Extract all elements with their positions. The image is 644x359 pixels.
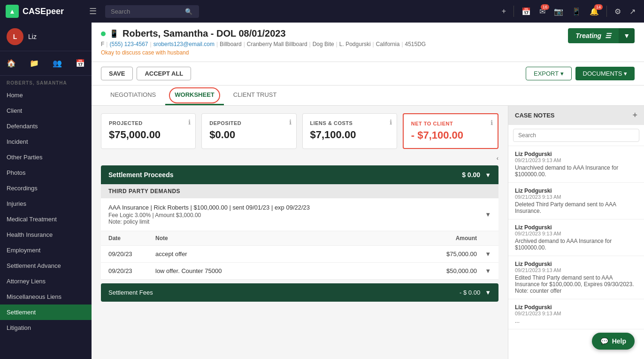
tab-negotiations[interactable]: NEGOTIATIONS [101, 86, 165, 105]
sidebar-item-attorney-liens[interactable]: Attorney Liens [0, 273, 92, 289]
help-button[interactable]: 💬 Help [592, 333, 635, 350]
sidebar-item-client[interactable]: Client [0, 103, 92, 118]
col-header-date: Date [108, 235, 155, 242]
demand-collapse-icon[interactable]: ▼ [485, 211, 491, 218]
demand-row-left: AAA Insurance | Rick Roberts | $100,000.… [108, 204, 310, 225]
sidebar-icon-calendar[interactable]: 📅 [69, 55, 92, 71]
case-notes-search-area [508, 125, 644, 146]
settlement-fees-label: Settlement Fees [108, 289, 153, 296]
metric-projected: ℹ PROJECTED $75,000.00 [101, 113, 196, 149]
help-icon: 💬 [600, 337, 608, 345]
sidebar-item-incident[interactable]: Incident [0, 134, 92, 149]
case-title-area: 📱 Roberts, Samantha - DOL 08/01/2023 F |… [101, 28, 426, 56]
liens-info-icon[interactable]: ℹ [390, 118, 392, 126]
settings-button[interactable]: ⚙ [612, 5, 624, 18]
treating-button[interactable]: Treating ☰ [568, 28, 619, 43]
sidebar-item-health-insurance[interactable]: Health Insurance [0, 227, 92, 242]
demand-row-header: AAA Insurance | Rick Roberts | $100,000.… [108, 204, 491, 225]
sidebar-item-home[interactable]: Home [0, 87, 92, 103]
sidebar-icon-folder[interactable]: 📁 [23, 55, 46, 71]
case-source: Billboard [220, 41, 242, 47]
case-type: Dog Bite [313, 41, 334, 47]
save-button[interactable]: SAVE [101, 67, 133, 80]
sidebar-item-recordings[interactable]: Recordings [0, 180, 92, 196]
add-button[interactable]: + [499, 5, 509, 17]
sidebar-item-medical-treatment[interactable]: Medical Treatment [0, 211, 92, 227]
note-entry: Liz Podgurski 09/21/2023 9:13 AM ... [508, 299, 644, 329]
metric-net: ℹ NET TO CLIENT - $7,100.00 [403, 113, 498, 149]
camera-button[interactable]: 📷 [551, 5, 566, 18]
table-row: 09/20/23 accept offer $75,000.00 ▼ [101, 246, 498, 263]
tab-worksheet[interactable]: WORKSHEET [165, 86, 224, 105]
phone-button[interactable]: 📱 [569, 5, 584, 18]
case-notes-title: CASE NOTES [515, 112, 555, 119]
tabs-area: NEGOTIATIONS WORKSHEET CLIENT TRUST [92, 86, 644, 106]
sidebar-item-other-parties[interactable]: Other Parties [0, 149, 92, 165]
settlement-fees-arrow[interactable]: ▼ [485, 289, 491, 296]
note-author-0: Liz Podgurski [515, 151, 637, 157]
avatar: L [7, 28, 23, 45]
sidebar-item-photos[interactable]: Photos [0, 165, 92, 180]
hamburger-button[interactable]: ☰ [85, 4, 100, 18]
metrics-row: ℹ PROJECTED $75,000.00 ℹ DEPOSITED $0.00… [101, 113, 498, 149]
note-author-4: Liz Podgurski [515, 304, 637, 311]
sidebar-section-title: ROBERTS, SAMANTHA [0, 76, 92, 87]
projected-value: $75,000.00 [109, 129, 188, 141]
case-state: California [376, 41, 400, 47]
row2-amount: $50,000.00 [421, 267, 477, 274]
sidebar-item-employment[interactable]: Employment [0, 242, 92, 258]
col-header-action [477, 235, 491, 242]
mail-button[interactable]: ✉ 16 [537, 5, 548, 18]
action-bar-right: EXPORT ▾ DOCUMENTS ▾ [526, 67, 635, 80]
case-phone[interactable]: (555) 123-4567 [109, 41, 148, 47]
net-value: - $7,100.00 [411, 129, 490, 141]
note-date-4: 09/21/2023 9:13 AM [515, 311, 637, 316]
sidebar-item-misc-liens[interactable]: Miscellaneous Liens [0, 289, 92, 304]
demand-fee-note: Fee Logic 3.00% | Amount $3,000.00 [108, 212, 310, 219]
sidebar-user-area: L Liz [0, 23, 92, 51]
global-search-input[interactable] [111, 8, 181, 15]
row1-action[interactable]: ▼ [477, 250, 491, 258]
treating-dropdown-button[interactable]: ▼ [619, 28, 635, 43]
sidebar-item-litigation[interactable]: Litigation [0, 320, 92, 336]
note-entry: Liz Podgurski 09/21/2023 9:13 AM Archive… [508, 219, 644, 256]
app-logo[interactable]: ▲ CASEpeer [6, 5, 81, 18]
bell-button[interactable]: 🔔 14 [587, 5, 602, 18]
sidebar-item-injuries[interactable]: Injuries [0, 196, 92, 211]
projected-info-icon[interactable]: ℹ [188, 118, 191, 126]
calendar-button[interactable]: 📅 [519, 5, 534, 18]
row2-action[interactable]: ▼ [477, 267, 491, 274]
case-alert: Okay to discuss case with husband [101, 49, 426, 56]
tab-worksheet-wrapper: WORKSHEET [165, 86, 224, 105]
sidebar-icon-people[interactable]: 👥 [46, 55, 69, 71]
case-notes-add-button[interactable]: + [632, 110, 637, 120]
note-entry: Liz Podgurski 09/21/2023 9:13 AM Edited … [508, 256, 644, 299]
accept-all-button[interactable]: ACCEPT ALL [137, 67, 191, 80]
logout-button[interactable]: ↗ [627, 5, 638, 18]
settlement-fees-value: - $ 0.00 [460, 289, 480, 296]
sidebar-item-settlement[interactable]: Settlement [0, 304, 92, 320]
case-notes-search-input[interactable] [513, 129, 639, 142]
sidebar-icon-home[interactable]: 🏠 [0, 55, 23, 71]
col-header-note: Note [155, 235, 421, 242]
demand-main-info: AAA Insurance | Rick Roberts | $100,000.… [108, 204, 310, 211]
settlement-proceeds-arrow[interactable]: ▼ [485, 172, 491, 179]
demand-row: AAA Insurance | Rick Roberts | $100,000.… [101, 198, 498, 231]
note-text-0: Unarchived demand to AAA Insurance for $… [515, 164, 637, 178]
export-button[interactable]: EXPORT ▾ [526, 67, 572, 80]
tab-client-trust[interactable]: CLIENT TRUST [224, 86, 286, 105]
net-info-icon[interactable]: ℹ [491, 119, 493, 126]
logo-icon: ▲ [6, 5, 19, 18]
demand-table-header: Date Note Amount [101, 231, 498, 246]
sidebar-item-settlement-advance[interactable]: Settlement Advance [0, 258, 92, 273]
collapse-left-icon[interactable]: ‹ [497, 155, 498, 162]
note-text-3: Edited Third Party demand sent to AAA In… [515, 274, 637, 294]
note-date-2: 09/21/2023 9:13 AM [515, 231, 637, 236]
sidebar-item-defendants[interactable]: Defendants [0, 118, 92, 134]
case-email[interactable]: sroberts123@email.com [153, 41, 215, 47]
case-notes-panel: CASE NOTES + Liz Podgurski 09/21/2023 9:… [508, 106, 644, 359]
deposited-info-icon[interactable]: ℹ [289, 118, 291, 126]
status-dot [101, 31, 106, 36]
case-meta: F | (555) 123-4567 | sroberts123@email.c… [101, 41, 426, 47]
documents-button[interactable]: DOCUMENTS ▾ [575, 67, 635, 80]
